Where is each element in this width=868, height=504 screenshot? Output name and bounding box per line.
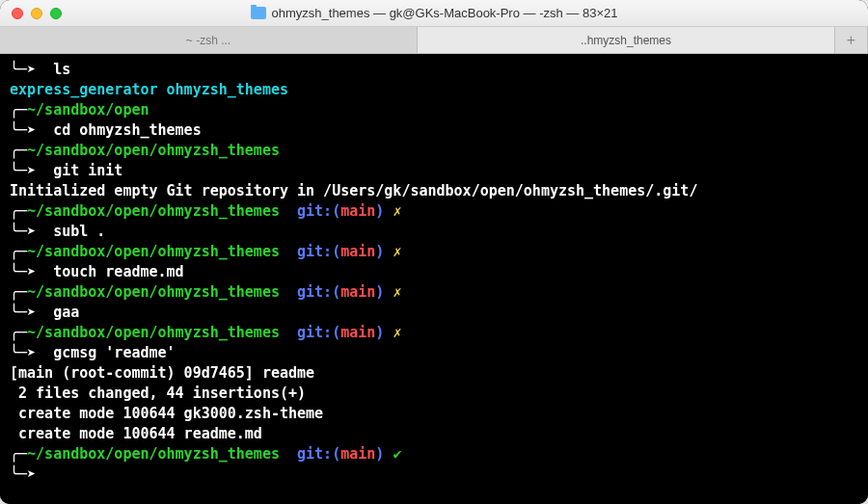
dirty-icon: ✗ <box>393 243 401 260</box>
git-branch: main <box>340 283 375 301</box>
clean-icon: ✔ <box>393 445 401 463</box>
paren-close: ) <box>375 202 384 220</box>
prompt-path: ~/sandbox/open/ohmyzsh_themes <box>27 142 280 159</box>
cmd-ls: ls <box>53 61 70 78</box>
prompt-arrow: ╰─➤ <box>10 61 53 78</box>
new-tab-button[interactable]: + <box>835 27 868 53</box>
dirty-icon: ✗ <box>393 202 401 220</box>
window-title: ohmyzsh_themes — gk@GKs-MacBook-Pro — -z… <box>272 6 618 20</box>
git-branch: main <box>340 324 375 341</box>
commit-line-3: create mode 100644 gk3000.zsh-theme <box>10 405 323 422</box>
terminal-body[interactable]: ╰─➤ ls express_generator ohmyzsh_themes … <box>0 54 868 504</box>
cmd-gaa: gaa <box>53 304 79 321</box>
minimize-button[interactable] <box>31 8 42 19</box>
git-branch: main <box>340 243 375 260</box>
git-label: git: <box>297 283 332 301</box>
prompt-arrow: ╰─➤ <box>10 121 53 139</box>
maximize-button[interactable] <box>50 8 62 19</box>
prompt-arrow: ╰─➤ <box>10 304 53 321</box>
commit-line-4: create mode 100644 readme.md <box>10 425 262 442</box>
paren-close: ) <box>375 324 384 341</box>
prompt-arrow-top: ╭─ <box>10 101 27 119</box>
cmd-gcmsg: gcmsg 'readme' <box>53 344 175 361</box>
paren-close: ) <box>375 445 384 463</box>
terminal-window: ohmyzsh_themes — gk@GKs-MacBook-Pro — -z… <box>0 0 868 504</box>
tab-label: ..hmyzsh_themes <box>581 34 671 47</box>
prompt-arrow-top: ╭─ <box>10 283 27 301</box>
prompt-arrow: ╰─➤ <box>10 263 53 280</box>
tab-zsh[interactable]: ~ -zsh ... <box>0 27 418 53</box>
tab-label: ~ -zsh ... <box>186 34 231 47</box>
prompt-path: ~/sandbox/open <box>27 101 149 119</box>
window-title-wrap: ohmyzsh_themes — gk@GKs-MacBook-Pro — -z… <box>10 6 858 20</box>
paren-close: ) <box>375 243 384 260</box>
prompt-arrow: ╰─➤ <box>10 162 53 179</box>
cmd-touch: touch readme.md <box>53 263 183 280</box>
paren-open: ( <box>332 324 340 341</box>
tab-bar: ~ -zsh ... ..hmyzsh_themes + <box>0 27 868 54</box>
tab-themes[interactable]: ..hmyzsh_themes <box>418 27 835 53</box>
ls-output-1: express_generator <box>10 81 158 98</box>
git-label: git: <box>297 202 332 220</box>
close-button[interactable] <box>12 8 23 19</box>
titlebar: ohmyzsh_themes — gk@GKs-MacBook-Pro — -z… <box>0 0 868 27</box>
paren-open: ( <box>332 445 340 463</box>
ls-output-2: ohmyzsh_themes <box>167 81 288 98</box>
paren-close: ) <box>375 283 384 301</box>
dirty-icon: ✗ <box>393 324 401 341</box>
prompt-path: ~/sandbox/open/ohmyzsh_themes <box>27 202 280 220</box>
dirty-icon: ✗ <box>393 283 401 301</box>
git-label: git: <box>297 243 332 260</box>
prompt-arrow-top: ╭─ <box>10 445 27 463</box>
prompt-arrow-top: ╭─ <box>10 243 27 260</box>
commit-line-2: 2 files changed, 44 insertions(+) <box>10 385 306 402</box>
plus-icon: + <box>847 32 855 49</box>
prompt-arrow-top: ╭─ <box>10 142 27 159</box>
commit-line-1: [main (root-commit) 09d7465] readme <box>10 364 314 382</box>
cmd-git-init: git init <box>53 162 122 179</box>
cmd-cd: cd ohmyzsh_themes <box>53 121 202 139</box>
prompt-arrow: ╰─➤ <box>10 344 53 361</box>
git-label: git: <box>297 324 332 341</box>
git-init-output: Initialized empty Git repository in /Use… <box>10 182 697 199</box>
prompt-arrow-top: ╭─ <box>10 324 27 341</box>
prompt-arrow: ╰─➤ <box>10 465 53 483</box>
git-label: git: <box>297 445 332 463</box>
prompt-path: ~/sandbox/open/ohmyzsh_themes <box>27 445 280 463</box>
paren-open: ( <box>332 202 340 220</box>
prompt-arrow: ╰─➤ <box>10 223 53 240</box>
git-branch: main <box>340 202 375 220</box>
prompt-arrow-top: ╭─ <box>10 202 27 220</box>
paren-open: ( <box>332 283 340 301</box>
folder-icon <box>251 7 266 19</box>
prompt-path: ~/sandbox/open/ohmyzsh_themes <box>27 283 280 301</box>
traffic-lights <box>12 8 62 19</box>
paren-open: ( <box>332 243 340 260</box>
prompt-path: ~/sandbox/open/ohmyzsh_themes <box>27 243 280 260</box>
git-branch: main <box>340 445 375 463</box>
cmd-subl: subl . <box>53 223 105 240</box>
prompt-path: ~/sandbox/open/ohmyzsh_themes <box>27 324 280 341</box>
